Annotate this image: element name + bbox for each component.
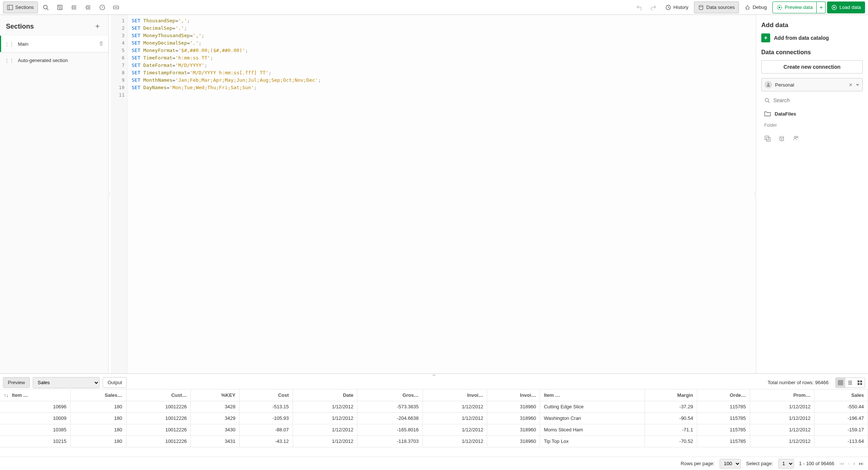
- table-cell: -196.47: [814, 412, 868, 424]
- svg-point-18: [699, 5, 703, 7]
- select-data-icon[interactable]: [764, 135, 771, 143]
- column-header[interactable]: Sales: [814, 389, 868, 401]
- indent-button[interactable]: [68, 1, 80, 13]
- table-cell: 115785: [697, 401, 750, 412]
- rows-per-page-select[interactable]: 100: [720, 459, 741, 469]
- create-connection-button[interactable]: Create new connection: [761, 60, 863, 74]
- debug-button[interactable]: Debug: [740, 1, 771, 13]
- table-row[interactable]: 10385180100122263430-88.071/12/2012-165.…: [0, 424, 868, 435]
- sort-icon: ↑↓: [4, 392, 9, 398]
- section-item[interactable]: ⋮⋮Main: [0, 36, 108, 52]
- preview-table: ↑↓Item …Sales…Cust…%KEYCostDateGros…Invo…: [0, 389, 868, 447]
- delete-section-icon[interactable]: [99, 41, 104, 47]
- view-files-icon[interactable]: [793, 135, 799, 143]
- svg-rect-32: [765, 136, 769, 140]
- column-header[interactable]: Sales…: [70, 389, 126, 401]
- folder-type-label: Folder: [761, 123, 863, 128]
- column-header[interactable]: Prom…: [750, 389, 814, 401]
- svg-point-30: [765, 98, 769, 102]
- svg-rect-4: [58, 5, 62, 10]
- pager-nav: ⏮ ‹ › ⏭: [839, 461, 864, 466]
- clear-filter-icon[interactable]: ✕: [849, 82, 853, 88]
- table-cell: -105.93: [239, 412, 293, 424]
- svg-line-31: [768, 101, 770, 103]
- first-page-icon[interactable]: ⏮: [839, 461, 844, 466]
- table-cell: 10385: [0, 424, 70, 435]
- tiles-view-icon[interactable]: [855, 378, 865, 388]
- comment-toggle-button[interactable]: [54, 1, 66, 13]
- table-cell: Washington Cran: [540, 412, 645, 424]
- search-input[interactable]: [773, 97, 860, 103]
- next-page-icon[interactable]: ›: [853, 461, 855, 466]
- preview-tab[interactable]: Preview: [3, 377, 30, 388]
- preview-table-wrap[interactable]: ↑↓Item …Sales…Cust…%KEYCostDateGros…Invo…: [0, 389, 868, 457]
- data-sources-button[interactable]: Data sources: [694, 1, 739, 13]
- prev-page-icon[interactable]: ‹: [848, 461, 849, 466]
- table-cell: 10012226: [126, 424, 191, 435]
- column-header[interactable]: Cust…: [126, 389, 191, 401]
- svg-rect-48: [858, 383, 859, 385]
- table-cell: 318960: [487, 401, 540, 412]
- sections-panel-toggle[interactable]: Sections: [3, 1, 38, 13]
- select-page-label: Select page:: [746, 461, 773, 466]
- add-data-title: Add data: [761, 22, 863, 29]
- column-header[interactable]: Date: [293, 389, 357, 401]
- section-label: Auto-generated section: [18, 58, 68, 63]
- undo-button[interactable]: [633, 1, 646, 13]
- svg-point-2: [44, 5, 47, 9]
- folder-icon: [764, 111, 771, 117]
- column-header[interactable]: ↑↓Item …: [0, 389, 70, 401]
- list-view-icon[interactable]: [845, 378, 855, 388]
- redo-button[interactable]: [647, 1, 660, 13]
- column-header[interactable]: Invoi…: [422, 389, 487, 401]
- outdent-button[interactable]: [82, 1, 94, 13]
- select-page-select[interactable]: 1: [778, 459, 794, 469]
- preview-data-dropdown[interactable]: [817, 1, 826, 13]
- column-header[interactable]: Invoi…: [487, 389, 540, 401]
- last-page-icon[interactable]: ⏭: [859, 461, 864, 466]
- editor-code[interactable]: SET ThousandSep=',';SET DecimalSep='.';S…: [128, 15, 325, 373]
- svg-line-3: [47, 9, 48, 10]
- search-connections[interactable]: [761, 96, 863, 105]
- drag-handle-icon[interactable]: ⋮⋮: [4, 58, 14, 63]
- help-button[interactable]: ?: [96, 1, 109, 13]
- svg-marker-28: [833, 6, 835, 9]
- column-header[interactable]: Orde…: [697, 389, 750, 401]
- search-button[interactable]: [39, 1, 52, 13]
- main-area: Sections + ⋮⋮Main⋮⋮Auto-generated sectio…: [0, 15, 868, 373]
- drag-handle-icon[interactable]: ⋮⋮: [4, 41, 14, 47]
- datafiles-folder[interactable]: DataFiles: [761, 109, 863, 118]
- add-from-catalog-button[interactable]: + Add from data catalog: [761, 33, 863, 42]
- add-section-button[interactable]: +: [93, 22, 102, 31]
- column-header[interactable]: %KEY: [191, 389, 239, 401]
- svg-marker-26: [779, 6, 781, 9]
- insert-script-icon[interactable]: [778, 135, 785, 143]
- section-item[interactable]: ⋮⋮Auto-generated section: [0, 52, 108, 68]
- column-header[interactable]: Gros…: [357, 389, 422, 401]
- column-header[interactable]: Item …: [540, 389, 645, 401]
- preview-data-button[interactable]: Preview data: [772, 1, 817, 13]
- table-cell: 1/12/2012: [422, 412, 487, 424]
- column-header[interactable]: Margin: [645, 389, 697, 401]
- script-editor[interactable]: 1234567891011 SET ThousandSep=',';SET De…: [111, 15, 753, 373]
- column-header[interactable]: Cost: [239, 389, 293, 401]
- svg-point-34: [780, 136, 784, 138]
- history-button[interactable]: History: [661, 1, 692, 13]
- grid-view-icon[interactable]: [836, 378, 845, 388]
- table-cell: -573.3835: [357, 401, 422, 412]
- load-data-button[interactable]: Load data: [827, 1, 865, 13]
- user-icon: [765, 81, 772, 88]
- chevron-down-icon[interactable]: [856, 82, 859, 88]
- create-conn-label: Create new connection: [784, 64, 840, 70]
- table-selector[interactable]: Sales: [33, 377, 100, 388]
- table-row[interactable]: 10696180100122263428-513.151/12/2012-573…: [0, 401, 868, 412]
- tag-button[interactable]: [110, 1, 123, 13]
- space-filter-chip[interactable]: Personal ✕: [761, 78, 863, 91]
- output-tab[interactable]: Output: [103, 377, 127, 388]
- table-pager: Rows per page: 100 Select page: 1 1 - 10…: [0, 457, 868, 470]
- table-row[interactable]: 10215180100122263431-43.121/12/2012-118.…: [0, 435, 868, 447]
- table-row[interactable]: 10009180100122263429-105.931/12/2012-204…: [0, 412, 868, 424]
- history-icon: [665, 4, 671, 10]
- table-cell: -159.17: [814, 424, 868, 435]
- sections-title: Sections: [6, 23, 34, 30]
